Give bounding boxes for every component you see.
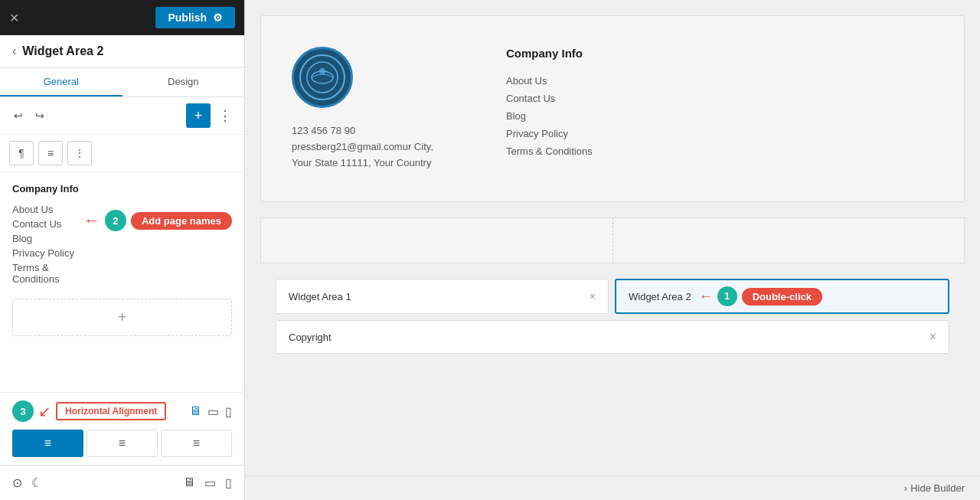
globe-icon[interactable]: ⊙ bbox=[12, 475, 22, 490]
address: Your State 11111, Your Country bbox=[292, 155, 433, 172]
annotation-arrow-1-icon: ← bbox=[699, 289, 713, 305]
alignment-header: 3 ↙ Horizontal Alignment 🖥 ▭ ▯ bbox=[12, 400, 232, 422]
annotation-arrow-icon: ← bbox=[83, 211, 100, 230]
top-bar: ✕ Publish ⚙ bbox=[0, 0, 244, 35]
list-item: Terms & Conditions bbox=[506, 142, 659, 160]
hide-builder-bar: › Hide Builder bbox=[245, 475, 980, 500]
mobile-icon[interactable]: ▯ bbox=[225, 475, 232, 490]
copyright-label: Copyright bbox=[289, 332, 332, 343]
company-info-section-label: Company Info bbox=[12, 183, 232, 194]
copyright-row: Copyright × bbox=[276, 320, 949, 354]
widget-area-1-label: Widget Area 1 bbox=[289, 291, 351, 302]
moon-icon[interactable]: ☾ bbox=[31, 475, 42, 490]
company-logo bbox=[292, 47, 353, 108]
left-panel: ✕ Publish ⚙ ‹ Widget Area 2 General Desi… bbox=[0, 0, 245, 500]
annotation-label-2: Add page names bbox=[131, 212, 232, 230]
back-icon[interactable]: ‹ bbox=[12, 44, 16, 58]
hide-builder-button[interactable]: › Hide Builder bbox=[904, 482, 965, 494]
widget-area-2-tab[interactable]: Widget Area 2 ← 1 Double-click bbox=[615, 279, 949, 314]
email-address: pressberg21@gmail.comur City, bbox=[292, 139, 433, 155]
copyright-close-icon[interactable]: × bbox=[929, 330, 936, 344]
tablet-device-icon[interactable]: ▭ bbox=[207, 404, 219, 419]
redo-button[interactable]: ↪ bbox=[31, 106, 49, 125]
close-icon[interactable]: ✕ bbox=[9, 11, 19, 25]
align-button[interactable]: ≡ bbox=[38, 141, 63, 165]
publish-button[interactable]: Publish ⚙ bbox=[155, 7, 235, 28]
hide-builder-label: Hide Builder bbox=[910, 482, 965, 494]
tablet-icon[interactable]: ▭ bbox=[204, 475, 216, 490]
empty-half-right bbox=[613, 218, 965, 263]
format-toolbar-row: ¶ ≡ ⋮ bbox=[0, 135, 244, 172]
double-click-annotation: ← 1 Double-click bbox=[699, 286, 822, 306]
add-block-toolbar-button[interactable]: + bbox=[186, 103, 211, 128]
widget-tabs-row: Widget Area 1 × Widget Area 2 ← 1 Double… bbox=[260, 279, 965, 314]
mobile-device-icon[interactable]: ▯ bbox=[225, 404, 232, 419]
right-content: 123 456 78 90 pressberg21@gmail.comur Ci… bbox=[245, 0, 980, 500]
gear-icon: ⚙ bbox=[213, 11, 223, 24]
double-click-label: Double-click bbox=[742, 288, 822, 306]
list-item: About Us bbox=[506, 72, 659, 90]
list-item: Blog bbox=[506, 107, 659, 125]
empty-half-left bbox=[261, 218, 613, 263]
chevron-icon: › bbox=[904, 482, 907, 494]
step-1-circle: 1 bbox=[717, 286, 737, 306]
align-center-button[interactable]: ≡ bbox=[87, 430, 158, 457]
widget-area-1-close-icon[interactable]: × bbox=[590, 290, 596, 302]
more-options-button[interactable]: ⋮ bbox=[215, 104, 235, 127]
desktop-icon[interactable]: 🖥 bbox=[183, 475, 195, 490]
alignment-section: 3 ↙ Horizontal Alignment 🖥 ▭ ▯ ≡ ≡ ≡ bbox=[0, 392, 244, 465]
align-right-button[interactable]: ≡ bbox=[161, 430, 232, 457]
bottom-bar: ⊙ ☾ 🖥 ▭ ▯ bbox=[0, 465, 244, 500]
list-item: Privacy Policy bbox=[12, 246, 76, 260]
menu-items-list: About Us Contact Us Blog Privacy Policy … bbox=[12, 202, 76, 286]
logo-inner bbox=[299, 54, 345, 100]
list-item: Terms & Conditions bbox=[12, 260, 76, 286]
panel-content: Company Info About Us Contact Us Blog Pr… bbox=[0, 172, 244, 392]
svg-point-2 bbox=[319, 68, 325, 74]
align-left-button[interactable]: ≡ bbox=[12, 430, 83, 457]
phone-number: 123 456 78 90 bbox=[292, 123, 433, 139]
widget-title-bar: ‹ Widget Area 2 bbox=[0, 35, 244, 68]
footer-nav-list: About Us Contact Us Blog Privacy Policy … bbox=[506, 72, 659, 160]
publish-label: Publish bbox=[168, 11, 207, 24]
empty-widget-row bbox=[260, 217, 965, 263]
desktop-device-icon[interactable]: 🖥 bbox=[189, 404, 201, 418]
widget-area-2-label: Widget Area 2 bbox=[629, 291, 691, 302]
footer-logo-section: 123 456 78 90 pressberg21@gmail.comur Ci… bbox=[292, 47, 460, 171]
more-formats-button[interactable]: ⋮ bbox=[67, 141, 92, 165]
widget-area-title: Widget Area 2 bbox=[22, 44, 103, 58]
annotation-arrow-3-icon: ↙ bbox=[38, 402, 51, 420]
footer-contact-info: 123 456 78 90 pressberg21@gmail.comur Ci… bbox=[292, 123, 433, 171]
logo-svg bbox=[305, 60, 339, 94]
footer-nav-title: Company Info bbox=[506, 47, 659, 60]
alignment-buttons: ≡ ≡ ≡ bbox=[12, 430, 232, 457]
footer-nav-section: Company Info About Us Contact Us Blog Pr… bbox=[506, 47, 659, 171]
horizontal-alignment-label: Horizontal Alignment bbox=[56, 402, 166, 420]
list-item: Privacy Policy bbox=[506, 125, 659, 142]
list-item: Contact Us bbox=[12, 217, 76, 231]
toolbar-row: ↩ ↪ + ⋮ bbox=[0, 97, 244, 135]
preview-area: 123 456 78 90 pressberg21@gmail.comur Ci… bbox=[245, 0, 980, 475]
list-item: About Us bbox=[12, 202, 76, 217]
tabs-row: General Design bbox=[0, 68, 244, 97]
tab-general[interactable]: General bbox=[0, 68, 122, 96]
widget-area-1-tab[interactable]: Widget Area 1 × bbox=[276, 279, 609, 314]
list-item: Contact Us bbox=[506, 90, 659, 107]
step-3-circle: 3 bbox=[12, 400, 34, 422]
footer-preview-card: 123 456 78 90 pressberg21@gmail.comur Ci… bbox=[260, 15, 965, 202]
tab-design[interactable]: Design bbox=[122, 68, 245, 96]
step-2-circle: 2 bbox=[105, 210, 126, 231]
undo-button[interactable]: ↩ bbox=[9, 106, 28, 125]
add-block-button[interactable]: + bbox=[12, 299, 232, 336]
list-item: Blog bbox=[12, 231, 76, 246]
paragraph-button[interactable]: ¶ bbox=[9, 141, 34, 165]
